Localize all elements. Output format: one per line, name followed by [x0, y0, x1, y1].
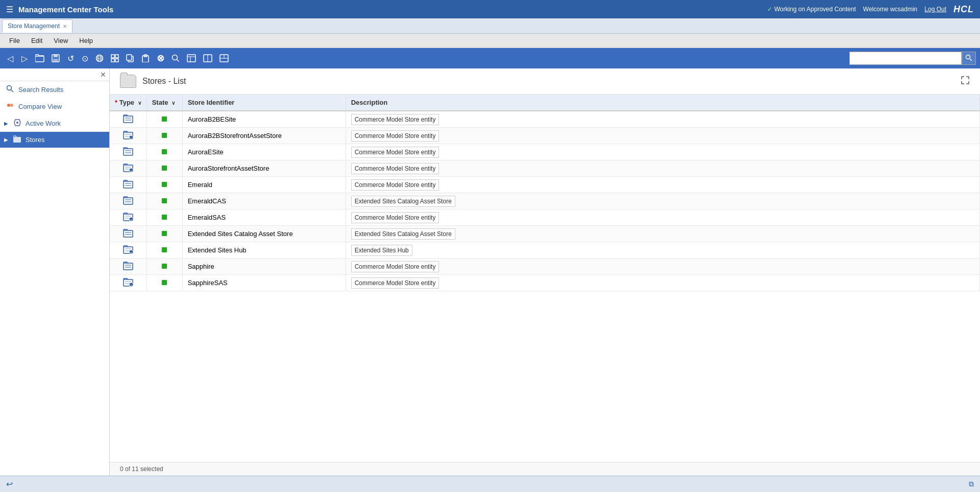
table-row[interactable]: AuroraESite Commerce Model Store entity [110, 144, 980, 160]
description-field[interactable]: Commerce Model Store entity [351, 130, 439, 142]
menu-file[interactable]: File [4, 35, 25, 46]
globe-button[interactable] [93, 53, 106, 64]
left-panel-header: ✕ [0, 68, 109, 81]
search-button[interactable] [962, 52, 976, 65]
working-status: ✓ Working on Approved Content [767, 6, 856, 13]
menu-view[interactable]: View [48, 35, 73, 46]
table-row[interactable]: ≡ AuroraB2BStorefrontAssetStore Commerce… [110, 128, 980, 144]
layout3-button[interactable] [217, 53, 231, 64]
svg-rect-35 [13, 137, 21, 143]
menu-edit[interactable]: Edit [26, 35, 47, 46]
cell-state [146, 144, 182, 160]
svg-rect-56 [125, 199, 131, 200]
active-work-icon [13, 119, 21, 128]
tab-close-icon[interactable]: ✕ [63, 24, 67, 29]
description-field[interactable]: Commerce Model Store entity [351, 277, 439, 289]
toolbar: ◁ ▷ ↺ ⊙ ⊗ [0, 48, 980, 68]
copy-button[interactable] [124, 53, 137, 64]
description-field[interactable]: Extended Sites Hub [351, 245, 412, 256]
description-field[interactable]: Extended Sites Catalog Asset Store [351, 196, 455, 207]
selected-count: 0 of 11 selected [120, 465, 163, 473]
grid-button[interactable] [108, 53, 121, 64]
save-button[interactable] [49, 53, 62, 64]
svg-rect-59 [125, 216, 131, 217]
table-row[interactable]: Sapphire Commerce Model Store entity [110, 259, 980, 275]
table-row[interactable]: Extended Sites Catalog Asset Store Exten… [110, 226, 980, 242]
cell-description: Commerce Model Store entity [346, 160, 979, 177]
svg-rect-75 [125, 281, 131, 282]
description-field[interactable]: Commerce Model Store entity [351, 212, 439, 223]
cell-identifier: AuroraB2BESite [182, 111, 346, 128]
col-identifier[interactable]: Store Identifier [182, 95, 346, 111]
description-field[interactable]: Extended Sites Catalog Asset Store [351, 228, 455, 240]
stores-table: * Type ∨ State ∨ Store Identifier Descri… [110, 95, 980, 291]
svg-line-28 [970, 59, 972, 61]
table-row[interactable]: ≡ Extended Sites Hub Extended Sites Hub [110, 242, 980, 259]
search-results-icon [6, 85, 14, 95]
content-title-area: Stores - List [120, 75, 186, 88]
sidebar-item-search-results[interactable]: Search Results [0, 81, 109, 98]
svg-text:≡: ≡ [130, 136, 132, 139]
table-container: * Type ∨ State ∨ Store Identifier Descri… [110, 95, 980, 462]
description-field[interactable]: Commerce Model Store entity [351, 163, 439, 174]
page-title: Stores - List [142, 77, 186, 86]
col-type[interactable]: * Type ∨ [110, 95, 146, 111]
close-panel-button[interactable]: ✕ [100, 71, 106, 79]
cell-description: Commerce Model Store entity [346, 275, 979, 291]
cell-description: Extended Sites Catalog Asset Store [346, 193, 979, 209]
table-row[interactable]: ≡ SapphireSAS Commerce Model Store entit… [110, 275, 980, 291]
store-type-icon [123, 228, 133, 238]
col-description[interactable]: Description [346, 95, 979, 111]
radio-button[interactable]: ⊙ [79, 52, 91, 65]
paste-button[interactable] [139, 53, 152, 64]
tab-store-management[interactable]: Store Management ✕ [2, 19, 72, 33]
cell-state [146, 128, 182, 144]
table-row[interactable]: ≡ EmeraldSAS Commerce Model Store entity [110, 209, 980, 226]
svg-text:≡: ≡ [130, 284, 132, 287]
expand-button[interactable] [961, 76, 970, 87]
open-folder-button[interactable] [33, 53, 47, 64]
svg-point-32 [10, 104, 13, 107]
table-row[interactable]: EmeraldCAS Extended Sites Catalog Asset … [110, 193, 980, 209]
layout1-button[interactable] [184, 53, 199, 64]
table-row[interactable]: ≡ AuroraStorefrontAssetStore Commerce Mo… [110, 160, 980, 177]
sidebar-item-compare-view[interactable]: Compare View [0, 98, 109, 115]
svg-rect-73 [125, 267, 131, 268]
hamburger-menu-icon[interactable]: ☰ [6, 5, 13, 14]
find-button[interactable] [169, 53, 182, 64]
forward-button[interactable]: ▷ [18, 52, 31, 65]
delete-button[interactable]: ⊗ [154, 51, 167, 65]
description-field[interactable]: Commerce Model Store entity [351, 147, 439, 158]
table-row[interactable]: Emerald Commerce Model Store entity [110, 177, 980, 193]
sidebar-item-stores[interactable]: ▶ Stores [0, 132, 109, 148]
logout-button[interactable]: Log Out [924, 6, 946, 13]
app-title: Management Center Tools [18, 5, 113, 14]
store-type-icon: ≡ [123, 163, 133, 172]
svg-rect-45 [125, 150, 131, 151]
sidebar-item-active-work[interactable]: ▶ Active Work [0, 115, 109, 132]
tab-label: Store Management [8, 22, 60, 30]
cell-state [146, 111, 182, 128]
status-right-icon[interactable]: ⧉ [969, 480, 974, 488]
svg-rect-3 [53, 59, 58, 61]
left-panel: ✕ Search Results Compare View ▶ Active W… [0, 68, 110, 476]
refresh-button[interactable]: ↺ [64, 52, 77, 65]
description-field[interactable]: Commerce Model Store entity [351, 179, 439, 191]
svg-rect-2 [54, 55, 58, 57]
layout2-button[interactable] [201, 53, 215, 64]
description-field[interactable]: Commerce Model Store entity [351, 261, 439, 272]
description-field[interactable]: Commerce Model Store entity [351, 114, 439, 125]
undo-button[interactable]: ↩ [6, 479, 13, 489]
state-dot [162, 198, 167, 203]
back-button[interactable]: ◁ [4, 52, 16, 65]
menu-help[interactable]: Help [74, 35, 98, 46]
search-input[interactable] [849, 52, 962, 65]
cell-identifier: EmeraldSAS [182, 209, 346, 226]
cell-type: ≡ [110, 160, 146, 177]
table-row[interactable]: AuroraB2BESite Commerce Model Store enti… [110, 111, 980, 128]
col-state[interactable]: State ∨ [146, 95, 182, 111]
content-footer: 0 of 11 selected [110, 462, 980, 476]
cell-state [146, 160, 182, 177]
compare-view-label: Compare View [18, 103, 62, 110]
status-bar-left: ↩ [6, 479, 13, 489]
